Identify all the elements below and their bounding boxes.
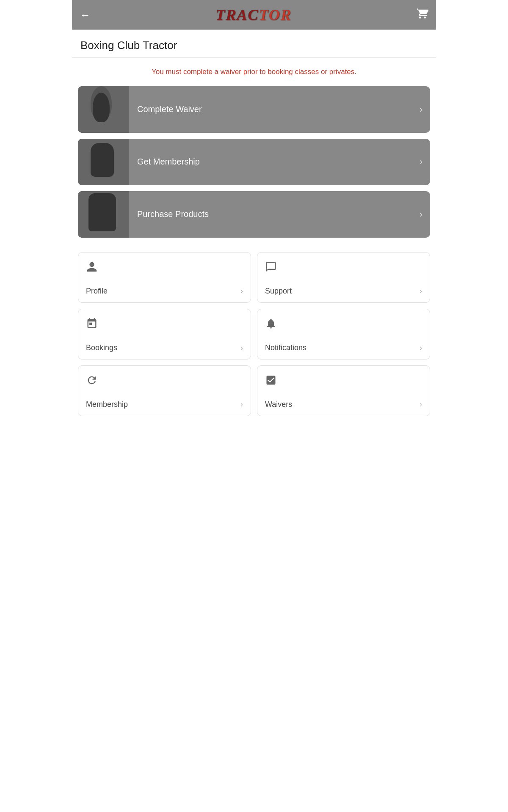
person-icon <box>86 261 243 276</box>
bag-image <box>78 86 129 133</box>
membership-menu-item[interactable]: Membership › <box>78 365 251 416</box>
purchase-products-card[interactable]: Purchase Products › <box>78 191 430 238</box>
purchase-products-label: Purchase Products <box>129 209 420 219</box>
profile-bottom: Profile › <box>86 287 243 296</box>
cart-icon <box>417 8 428 19</box>
purchase-products-image <box>78 191 129 238</box>
app-header: ← TRACTOR <box>72 0 436 30</box>
bookings-chevron: › <box>240 343 243 352</box>
get-membership-chevron: › <box>420 156 430 167</box>
support-chevron: › <box>420 287 422 296</box>
notifications-bottom: Notifications › <box>265 343 422 352</box>
complete-waiver-label: Complete Waiver <box>129 104 420 114</box>
checkbox-icon <box>265 374 422 389</box>
get-membership-card[interactable]: Get Membership › <box>78 139 430 185</box>
membership-label: Membership <box>86 400 128 409</box>
membership-chevron: › <box>240 400 243 409</box>
back-button[interactable]: ← <box>80 8 91 22</box>
menu-grid: Profile › Support › Bookings › Notificat… <box>72 246 436 422</box>
action-cards-container: Complete Waiver › Get Membership › Purch… <box>72 86 436 244</box>
bell-icon <box>265 318 422 332</box>
bookings-bottom: Bookings › <box>86 343 243 352</box>
bookings-label: Bookings <box>86 343 117 352</box>
membership-bottom: Membership › <box>86 400 243 409</box>
complete-waiver-card[interactable]: Complete Waiver › <box>78 86 430 133</box>
boxer2-image <box>78 191 129 238</box>
page-title: Boxing Club Tractor <box>72 30 436 58</box>
bookings-menu-item[interactable]: Bookings › <box>78 309 251 359</box>
notifications-menu-item[interactable]: Notifications › <box>257 309 430 359</box>
boxer1-image <box>78 139 129 185</box>
profile-chevron: › <box>240 287 243 296</box>
support-menu-item[interactable]: Support › <box>257 252 430 303</box>
logo-container: TRACTOR <box>91 6 417 24</box>
get-membership-image <box>78 139 129 185</box>
waivers-chevron: › <box>420 400 422 409</box>
get-membership-label: Get Membership <box>129 157 420 167</box>
complete-waiver-chevron: › <box>420 104 430 115</box>
cart-button[interactable] <box>417 8 428 22</box>
support-bottom: Support › <box>265 287 422 296</box>
notifications-chevron: › <box>420 343 422 352</box>
app-logo: TRACTOR <box>215 6 291 24</box>
profile-label: Profile <box>86 287 108 296</box>
support-label: Support <box>265 287 292 296</box>
waivers-bottom: Waivers › <box>265 400 422 409</box>
calendar-icon <box>86 318 243 332</box>
complete-waiver-image <box>78 86 129 133</box>
waivers-label: Waivers <box>265 400 292 409</box>
warning-message: You must complete a waiver prior to book… <box>72 58 436 86</box>
profile-menu-item[interactable]: Profile › <box>78 252 251 303</box>
notifications-label: Notifications <box>265 343 306 352</box>
waivers-menu-item[interactable]: Waivers › <box>257 365 430 416</box>
refresh-icon <box>86 374 243 389</box>
chat-icon <box>265 261 422 276</box>
purchase-products-chevron: › <box>420 209 430 220</box>
